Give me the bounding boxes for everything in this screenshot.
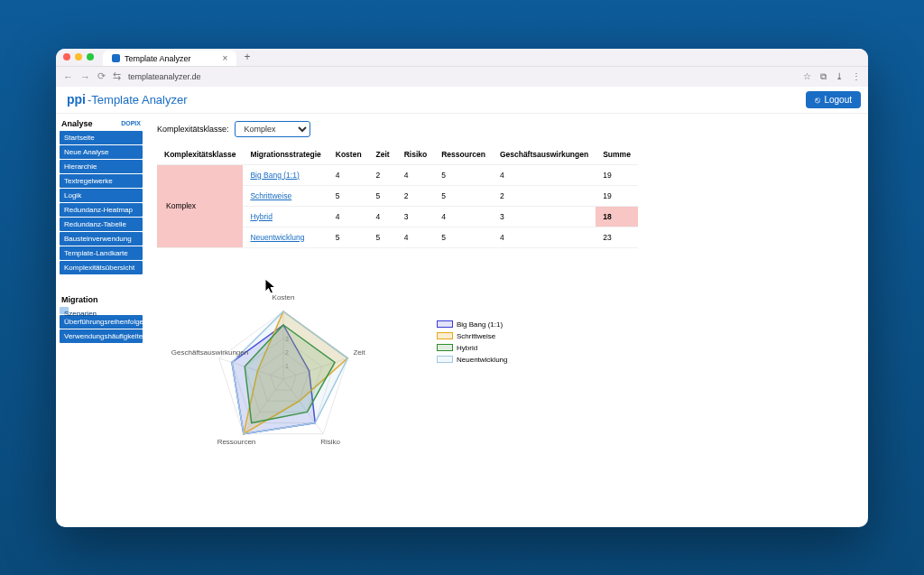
axis-label: Zeit (323, 348, 395, 357)
close-window-icon[interactable] (63, 53, 70, 60)
column-header: Zeit (369, 144, 397, 165)
dopix-badge[interactable]: DOPIX (121, 120, 141, 126)
new-tab-button[interactable]: + (244, 51, 250, 63)
cell-value: 4 (434, 206, 493, 227)
sidebar-item-logik[interactable]: Logik (60, 189, 143, 202)
strategy-link[interactable]: Neuentwicklung (250, 233, 304, 242)
close-tab-icon[interactable]: × (223, 53, 228, 63)
extensions-icon[interactable]: ⧉ (820, 71, 827, 82)
downloads-icon[interactable]: ⤓ (836, 71, 843, 82)
app-header: ppi -Template Analyzer ⎋ Logout (56, 87, 868, 114)
browser-tab[interactable]: Template Analyzer × (103, 51, 236, 66)
cell-value: 2 (493, 185, 596, 206)
logo-secondary: -Template Analyzer (88, 93, 188, 107)
sidebar: Analyse DOPIX StartseiteNeue AnalyseHier… (56, 114, 146, 527)
sidebar-item-komplexit-ts-bersicht[interactable]: Komplexitätsübersicht (60, 261, 143, 274)
column-header: Migrationsstrategie (243, 144, 328, 165)
sidebar-item-textregelwerke[interactable]: Textregelwerke (60, 174, 143, 188)
column-header: Summe (596, 144, 638, 165)
strategy-table: KomplexitätsklasseMigrationsstrategieKos… (157, 144, 638, 248)
cell-sum: 23 (596, 227, 638, 247)
cell-value: 4 (493, 164, 596, 185)
column-header: Ressourcen (434, 144, 493, 165)
sidebar-section-analyse-label: Analyse (61, 119, 93, 128)
legend-item[interactable]: Schrittweise (437, 332, 507, 340)
cell-value: 2 (397, 185, 435, 206)
logout-label: Logout (824, 95, 852, 105)
axis-label: Kosten (247, 293, 319, 301)
legend-swatch-icon (437, 320, 453, 328)
window-controls (63, 53, 94, 60)
tab-title: Template Analyzer (125, 54, 191, 63)
menu-icon[interactable]: ⋮ (852, 71, 861, 82)
legend-label: Neuentwicklung (457, 356, 507, 364)
cell-value: 4 (328, 164, 369, 185)
sidebar-item-szenarien[interactable]: Szenarien (60, 307, 69, 314)
maximize-window-icon[interactable] (87, 53, 94, 60)
legend-item[interactable]: Neuentwicklung (437, 356, 507, 364)
cell-value: 4 (397, 164, 435, 185)
app-root: ppi -Template Analyzer ⎋ Logout Analyse … (56, 87, 868, 527)
sidebar-item-template-landkarte[interactable]: Template-Landkarte (60, 246, 143, 260)
complexity-select[interactable]: Komplex (235, 121, 310, 137)
app-logo[interactable]: ppi -Template Analyzer (63, 92, 188, 107)
sidebar-item-verwendungsh-ufigkeiten[interactable]: Verwendungshäufigkeiten (60, 329, 143, 343)
chart-legend: Big Bang (1:1)SchrittweiseHybridNeuentwi… (437, 320, 507, 474)
sidebar-item-neue-analyse[interactable]: Neue Analyse (60, 145, 143, 159)
cell-strategy: Hybrid (243, 206, 328, 227)
cell-sum: 18 (596, 206, 638, 227)
legend-item[interactable]: Big Bang (1:1) (437, 320, 507, 329)
sidebar-section-migration-label: Migration (61, 295, 98, 304)
legend-item[interactable]: Hybrid (437, 344, 507, 352)
axis-label: Risiko (294, 438, 366, 446)
cell-value: 3 (493, 206, 596, 227)
sidebar-item-redundanz-tabelle[interactable]: Redundanz-Tabelle (60, 218, 143, 231)
column-header: Risiko (397, 144, 435, 165)
strategy-link[interactable]: Schrittweise (250, 191, 291, 200)
column-header: Komplexitätsklasse (157, 144, 243, 165)
cell-value: 5 (328, 227, 369, 247)
strategy-link[interactable]: Hybrid (250, 212, 273, 221)
tab-favicon-icon (112, 54, 120, 62)
row-group-header: Komplex (157, 164, 243, 247)
chart-area: 123 KostenZeitRisikoRessourcenGeschäftsa… (157, 275, 857, 474)
cell-strategy: Schrittweise (243, 185, 328, 206)
legend-swatch-icon (437, 356, 453, 363)
sidebar-section-analyse: Analyse DOPIX (60, 116, 143, 131)
bookmark-icon[interactable]: ☆ (803, 71, 811, 82)
forward-button[interactable]: → (80, 71, 90, 82)
cell-value: 4 (493, 227, 596, 247)
strategy-link[interactable]: Big Bang (1:1) (250, 171, 299, 180)
logout-button[interactable]: ⎋ Logout (806, 91, 861, 108)
browser-window: Template Analyzer × + ← → ⟳ ⇆ templatean… (56, 49, 868, 527)
cell-strategy: Big Bang (1:1) (243, 164, 328, 185)
site-info-icon[interactable]: ⇆ (113, 70, 121, 82)
app-body: Analyse DOPIX StartseiteNeue AnalyseHier… (56, 114, 868, 527)
cell-value: 5 (434, 164, 493, 185)
sidebar-item-startseite[interactable]: Startseite (60, 131, 143, 144)
cell-value: 5 (369, 227, 397, 247)
cell-strategy: Neuentwicklung (243, 227, 328, 247)
table-row: KomplexBig Bang (1:1)4245419 (157, 164, 638, 185)
sidebar-item-redundanz-heatmap[interactable]: Redundanz-Heatmap (60, 203, 143, 217)
sidebar-item-hierarchie[interactable]: Hierarchie (60, 160, 143, 173)
url-field[interactable]: templateanalyzer.de (128, 72, 796, 81)
back-button[interactable]: ← (63, 71, 73, 82)
cell-value: 4 (397, 227, 435, 247)
address-bar: ← → ⟳ ⇆ templateanalyzer.de ☆ ⧉ ⤓ ⋮ (56, 67, 868, 87)
reload-button[interactable]: ⟳ (97, 70, 106, 82)
cell-value: 5 (434, 227, 493, 247)
minimize-window-icon[interactable] (75, 53, 82, 60)
cell-value: 5 (369, 185, 397, 206)
cell-value: 4 (328, 206, 369, 227)
sidebar-item-bausteinverwendung[interactable]: Bausteinverwendung (60, 232, 143, 246)
axis-label: Ressourcen (200, 438, 273, 446)
cell-value: 4 (369, 206, 397, 227)
cell-sum: 19 (596, 164, 638, 185)
cell-sum: 19 (596, 185, 638, 206)
axis-label: Geschäftsauswirkungen (171, 348, 244, 357)
sidebar-section-migration: Migration (60, 292, 143, 307)
filter-label: Komplexitätsklasse: (157, 125, 229, 134)
legend-label: Hybrid (457, 344, 477, 352)
legend-swatch-icon (437, 344, 453, 351)
